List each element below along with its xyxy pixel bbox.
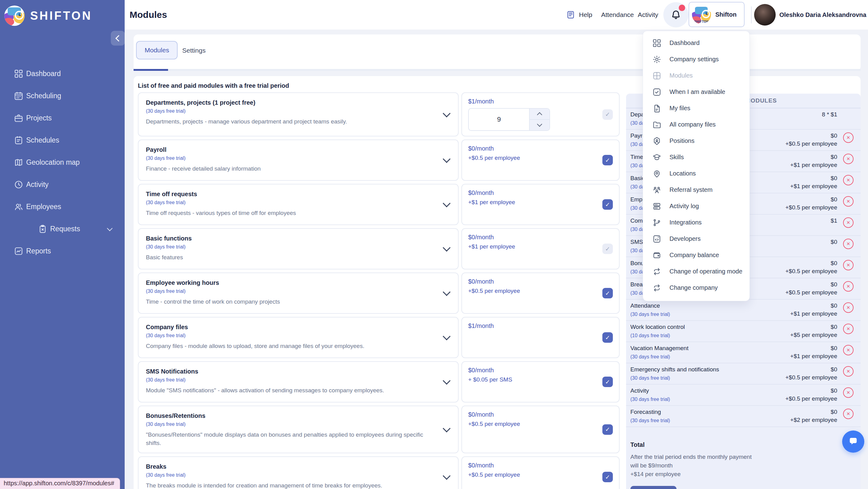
quantity-increase-button[interactable] (530, 109, 550, 120)
quantity-value[interactable]: 9 (469, 109, 529, 130)
module-trial-link[interactable]: (30 days free trial) (146, 333, 436, 338)
module-trial-link[interactable]: (30 days free trial) (146, 377, 436, 383)
sidebar-item-employees[interactable]: Employees (0, 195, 125, 218)
module-trial-link[interactable]: (30 days free trial) (146, 422, 436, 427)
chevron-down-icon[interactable] (443, 109, 450, 117)
user-name[interactable]: Oleshko Daria Aleksandrovna (779, 11, 866, 19)
menu-item-modules[interactable]: Modules (643, 67, 749, 84)
menu-item-developers[interactable]: Developers (643, 231, 749, 247)
menu-item-company-balance[interactable]: Company balance (643, 247, 749, 263)
sidebar-item-icon (14, 202, 23, 212)
company-logo: SHIFTON (692, 5, 711, 24)
remove-module-button[interactable]: ✕ (843, 196, 854, 207)
module-toggle-checkbox[interactable]: ✓ (602, 472, 613, 482)
sidebar-item-icon (38, 224, 48, 234)
module-card[interactable]: Payroll (30 days free trial) Finance - r… (138, 140, 459, 181)
module-toggle-checkbox[interactable]: ✓ (602, 109, 613, 120)
remove-module-button[interactable]: ✕ (843, 132, 854, 143)
module-trial-link[interactable]: (30 days free trial) (146, 288, 436, 294)
menu-item-integrations[interactable]: Integrations (643, 214, 749, 231)
remove-module-button[interactable]: ✕ (843, 324, 854, 334)
menu-item-all-company-files[interactable]: All company files (643, 116, 749, 133)
quantity-stepper[interactable]: 9 (468, 108, 550, 131)
save-button[interactable]: Save (630, 486, 677, 489)
module-card[interactable]: Departments, projects (1 project free) (… (138, 92, 459, 136)
menu-item-referral-system[interactable]: Referral system (643, 182, 749, 198)
help-link[interactable]: Help (566, 10, 592, 20)
menu-item-activity-log[interactable]: Activity log (643, 198, 749, 214)
menu-item-my-files[interactable]: My files (643, 100, 749, 116)
module-trial-link[interactable]: (30 days free trial) (146, 155, 436, 161)
sidebar-item-reports[interactable]: Reports (0, 240, 125, 262)
module-card[interactable]: SMS Notifications (30 days free trial) M… (138, 361, 459, 402)
remove-module-button[interactable]: ✕ (843, 302, 854, 313)
attendance-link[interactable]: Attendance (601, 11, 634, 19)
menu-item-skills[interactable]: Skills (643, 149, 749, 165)
module-trial-link[interactable]: (30 days free trial) (146, 244, 436, 250)
module-toggle-checkbox[interactable]: ✓ (602, 332, 613, 343)
module-card[interactable]: Employee working hours (30 days free tri… (138, 273, 459, 314)
selected-module-price: $0 (776, 153, 837, 161)
remove-module-button[interactable]: ✕ (843, 345, 854, 355)
quantity-decrease-button[interactable] (530, 120, 550, 130)
menu-item-locations[interactable]: Locations (643, 165, 749, 182)
chevron-down-icon[interactable] (443, 155, 450, 163)
selected-module-row-forecasting: Forecasting (30 days free trial) $0 +$2 … (626, 406, 861, 427)
module-card[interactable]: Breaks (30 days free trial) The breaks m… (138, 456, 459, 489)
module-toggle-checkbox[interactable]: ✓ (602, 424, 613, 435)
chevron-down-icon[interactable] (443, 200, 450, 207)
remove-module-button[interactable]: ✕ (843, 281, 854, 292)
remove-module-button[interactable]: ✕ (843, 409, 854, 419)
chevron-down-icon[interactable] (443, 244, 450, 252)
activity-link[interactable]: Activity (638, 11, 658, 19)
chevron-down-icon[interactable] (443, 424, 450, 432)
chevron-down-icon[interactable] (443, 472, 450, 480)
module-price: $0/month (468, 367, 597, 374)
module-card[interactable]: Basic functions (30 days free trial) Bas… (138, 228, 459, 270)
menu-item-change-company[interactable]: Change company (643, 280, 749, 296)
remove-module-button[interactable]: ✕ (843, 154, 854, 164)
menu-item-change-of-operating-mode[interactable]: Change of operating mode (643, 263, 749, 280)
remove-module-button[interactable]: ✕ (843, 366, 854, 376)
chevron-down-icon[interactable] (443, 288, 450, 296)
selected-module-price: $0 (776, 323, 837, 331)
sidebar-item-geolocation-map[interactable]: Geolocation map (0, 151, 125, 173)
chevron-down-icon[interactable] (443, 333, 450, 340)
module-card[interactable]: Company files (30 days free trial) Compa… (138, 317, 459, 358)
module-toggle-checkbox[interactable]: ✓ (602, 244, 613, 254)
remove-module-button[interactable]: ✕ (843, 175, 854, 185)
module-toggle-checkbox[interactable]: ✓ (602, 155, 613, 165)
sidebar-item-activity[interactable]: Activity (0, 173, 125, 195)
chat-fab[interactable] (842, 430, 864, 453)
module-trial-link[interactable]: (30 days free trial) (146, 109, 436, 114)
sidebar-item-schedules[interactable]: Schedules (0, 129, 125, 151)
tab-modules[interactable]: Modules (136, 41, 178, 59)
notifications-button[interactable] (663, 2, 688, 27)
menu-item-dashboard[interactable]: Dashboard (643, 35, 749, 51)
sidebar-item-requests[interactable]: Requests (0, 218, 125, 240)
company-selector[interactable]: SHIFTON Shifton (688, 2, 745, 27)
module-trial-link[interactable]: (30 days free trial) (146, 472, 436, 478)
remove-module-button[interactable]: ✕ (843, 387, 854, 398)
chevron-down-icon[interactable] (443, 377, 450, 385)
module-toggle-checkbox[interactable]: ✓ (602, 376, 613, 387)
sidebar-item-projects[interactable]: Projects (0, 107, 125, 129)
menu-item-company-settings[interactable]: Company settings (643, 51, 749, 67)
sidebar-item-scheduling[interactable]: Scheduling (0, 85, 125, 107)
sidebar-item-icon (14, 113, 23, 123)
module-toggle-checkbox[interactable]: ✓ (602, 288, 613, 298)
remove-module-button[interactable]: ✕ (843, 217, 854, 228)
module-card[interactable]: Time off requests (30 days free trial) T… (138, 184, 459, 225)
sidebar-item-dashboard[interactable]: Dashboard (0, 62, 125, 85)
sidebar-collapse-button[interactable] (111, 31, 125, 45)
module-toggle-checkbox[interactable]: ✓ (602, 199, 613, 210)
module-row-basic-functions: Basic functions (30 days free trial) Bas… (138, 228, 620, 270)
tab-settings[interactable]: Settings (179, 34, 209, 66)
avatar[interactable] (754, 4, 776, 26)
module-trial-link[interactable]: (30 days free trial) (146, 200, 436, 205)
remove-module-button[interactable]: ✕ (843, 239, 854, 249)
module-card[interactable]: Bonuses/Retentions (30 days free trial) … (138, 405, 459, 453)
remove-module-button[interactable]: ✕ (843, 260, 854, 270)
menu-item-when-i-am-available[interactable]: When I am available (643, 84, 749, 100)
menu-item-positions[interactable]: Positions (643, 133, 749, 149)
